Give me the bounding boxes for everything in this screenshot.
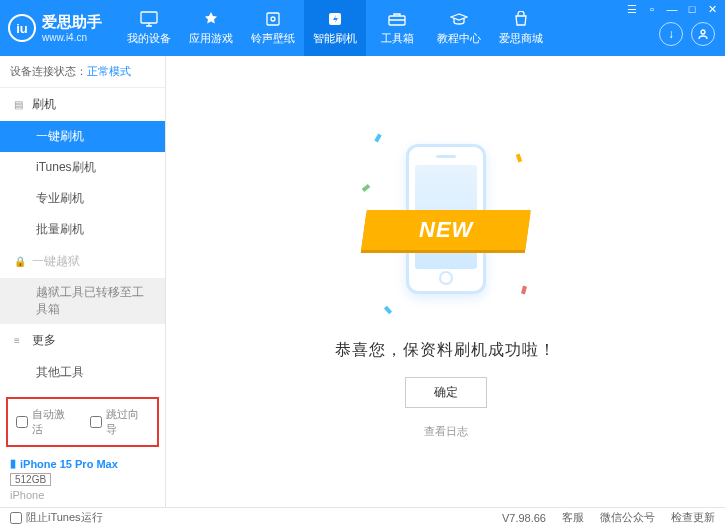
tutorial-icon [449,10,469,28]
connection-status: 设备连接状态：正常模式 [0,56,165,88]
nav-ringtones[interactable]: 铃声壁纸 [242,0,304,56]
app-title: 爱思助手 [42,13,102,32]
lock-icon: 🔒 [14,256,26,267]
menu-icon[interactable]: ☰ [623,2,641,16]
main-nav: 我的设备 应用游戏 铃声壁纸 智能刷机 工具箱 教程中心 爱思商城 [118,0,552,56]
skin-icon[interactable]: ▫ [643,2,661,16]
app-logo: iu 爱思助手 www.i4.cn [8,13,102,43]
svg-point-5 [701,30,705,34]
svg-point-2 [271,17,275,21]
ringtone-icon [263,10,283,28]
svg-rect-0 [141,12,157,23]
app-url: www.i4.cn [42,32,102,43]
footer: 阻止iTunes运行 V7.98.66 客服 微信公众号 检查更新 [0,507,725,527]
sidebar-item-itunes-flash[interactable]: iTunes刷机 [0,152,165,183]
nav-toolbox[interactable]: 工具箱 [366,0,428,56]
flash-icon [325,10,345,28]
sidebar-item-other-tools[interactable]: 其他工具 [0,357,165,388]
logo-icon: iu [8,14,36,42]
success-message: 恭喜您，保资料刷机成功啦！ [335,340,556,361]
sidebar-jailbreak-note: 越狱工具已转移至工具箱 [0,278,165,324]
wechat-link[interactable]: 微信公众号 [600,510,655,525]
success-illustration: NEW [356,124,536,324]
download-button[interactable]: ↓ [659,22,683,46]
phone-icon: ▮ [10,457,16,470]
minimize-button[interactable]: — [663,2,681,16]
user-button[interactable] [691,22,715,46]
ok-button[interactable]: 确定 [405,377,487,408]
support-link[interactable]: 客服 [562,510,584,525]
app-header: iu 爱思助手 www.i4.cn 我的设备 应用游戏 铃声壁纸 智能刷机 工具… [0,0,725,56]
sidebar-item-download-firmware[interactable]: 下载固件 [0,388,165,393]
svg-rect-1 [267,13,279,25]
maximize-button[interactable]: □ [683,2,701,16]
sidebar-section-jailbreak: 🔒一键越狱 [0,245,165,278]
nav-smart-flash[interactable]: 智能刷机 [304,0,366,56]
device-info: ▮iPhone 15 Pro Max 512GB iPhone [0,451,165,507]
sidebar-item-pro-flash[interactable]: 专业刷机 [0,183,165,214]
sidebar-section-more[interactable]: ≡更多 [0,324,165,357]
auto-activate-checkbox[interactable]: 自动激活 [16,407,76,437]
apps-icon [201,10,221,28]
nav-store[interactable]: 爱思商城 [490,0,552,56]
skip-guide-checkbox[interactable]: 跳过向导 [90,407,150,437]
storage-badge: 512GB [10,473,51,486]
list-icon: ▤ [14,99,26,110]
sidebar-item-batch-flash[interactable]: 批量刷机 [0,214,165,245]
check-update-link[interactable]: 检查更新 [671,510,715,525]
nav-tutorials[interactable]: 教程中心 [428,0,490,56]
view-log-link[interactable]: 查看日志 [424,424,468,439]
block-itunes-checkbox[interactable]: 阻止iTunes运行 [10,510,103,525]
main-content: NEW 恭喜您，保资料刷机成功啦！ 确定 查看日志 [166,56,725,507]
sidebar: 设备连接状态：正常模式 ▤刷机 一键刷机 iTunes刷机 专业刷机 批量刷机 … [0,56,166,507]
sidebar-item-oneclick-flash[interactable]: 一键刷机 [0,121,165,152]
close-button[interactable]: ✕ [703,2,721,16]
nav-my-device[interactable]: 我的设备 [118,0,180,56]
options-highlighted-box: 自动激活 跳过向导 [6,397,159,447]
sidebar-section-flash[interactable]: ▤刷机 [0,88,165,121]
store-icon [511,10,531,28]
new-banner: NEW [418,217,472,243]
device-type: iPhone [10,489,155,501]
toolbox-icon [387,10,407,28]
nav-apps-games[interactable]: 应用游戏 [180,0,242,56]
more-icon: ≡ [14,335,26,346]
version-label: V7.98.66 [502,512,546,524]
device-icon [139,10,159,28]
device-name[interactable]: ▮iPhone 15 Pro Max [10,457,155,470]
